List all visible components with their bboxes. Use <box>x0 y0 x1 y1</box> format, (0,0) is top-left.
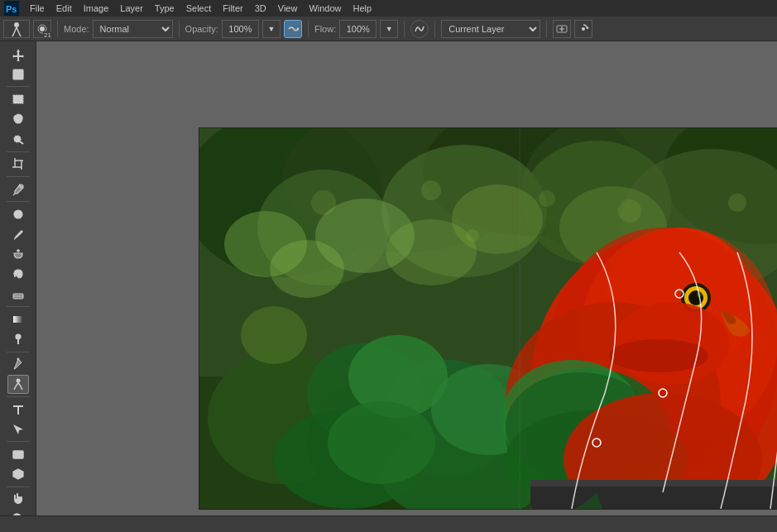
opacity-input[interactable] <box>222 20 259 38</box>
tool-brush[interactable] <box>7 224 29 243</box>
smoothing-btn[interactable] <box>410 20 429 38</box>
brush-size-number: 21 <box>43 31 52 39</box>
menu-3d[interactable]: 3D <box>250 0 271 17</box>
menu-help[interactable]: Help <box>348 0 377 17</box>
svg-point-17 <box>14 136 21 142</box>
svg-rect-16 <box>13 95 23 103</box>
svg-point-98 <box>421 180 441 200</box>
layer-select[interactable]: Current LayerAll Layers <box>441 20 540 38</box>
divider-4 <box>404 21 405 37</box>
tool-type[interactable] <box>7 400 29 419</box>
options-bar: 21 Mode: NormalDissolveDarkenMultiplyCol… <box>0 17 777 41</box>
separator-7 <box>7 396 30 397</box>
svg-rect-14 <box>13 69 23 79</box>
menu-select[interactable]: Select <box>181 0 217 17</box>
menu-view[interactable]: View <box>273 0 303 17</box>
main-layout <box>0 41 777 532</box>
divider-6 <box>546 21 547 37</box>
menu-window[interactable]: Window <box>304 0 346 17</box>
svg-point-84 <box>688 290 703 305</box>
svg-line-4 <box>17 27 19 33</box>
svg-point-31 <box>16 334 21 339</box>
svg-rect-90 <box>530 480 777 486</box>
menu-file[interactable]: File <box>25 0 50 17</box>
canvas-container <box>199 128 777 509</box>
blend-mode-select[interactable]: NormalDissolveDarkenMultiplyColor BurnLi… <box>93 20 173 38</box>
flow-options-btn[interactable]: ▼ <box>380 20 398 38</box>
tool-shape[interactable] <box>7 444 29 463</box>
separator-6 <box>7 352 30 352</box>
separator-8 <box>7 441 30 442</box>
separator-1 <box>7 86 30 87</box>
tool-artboard[interactable] <box>7 65 29 84</box>
tool-quick-select[interactable] <box>7 130 29 149</box>
svg-line-18 <box>20 141 23 144</box>
separator-5 <box>7 306 30 307</box>
menu-bar: Ps File Edit Image Layer Type Select Fil… <box>0 0 777 17</box>
svg-point-100 <box>466 229 479 242</box>
menu-type[interactable]: Type <box>150 0 180 17</box>
tool-rect-select[interactable] <box>7 89 29 108</box>
tool-crop[interactable] <box>7 155 29 174</box>
separator-2 <box>7 151 30 152</box>
tool-eyedropper[interactable] <box>7 180 29 199</box>
tool-path-select[interactable] <box>7 419 29 439</box>
tool-hand[interactable] <box>7 490 29 509</box>
svg-point-35 <box>16 379 20 383</box>
airbrush-toggle[interactable] <box>284 20 302 38</box>
tool-puppet-warp[interactable] <box>7 375 29 394</box>
rotation-btn[interactable] <box>574 20 592 38</box>
tool-gradient[interactable] <box>7 309 29 328</box>
divider-1 <box>57 21 58 37</box>
separator-4 <box>7 201 30 202</box>
svg-point-95 <box>386 219 477 285</box>
canvas-area[interactable] <box>36 41 777 532</box>
toolbar <box>0 41 36 532</box>
svg-point-71 <box>328 401 435 484</box>
svg-line-23 <box>13 194 15 195</box>
svg-line-5 <box>12 33 14 36</box>
ps-logo: Ps <box>3 0 20 17</box>
opacity-label: Opacity: <box>185 24 218 34</box>
svg-point-2 <box>14 22 19 27</box>
svg-rect-89 <box>530 484 777 509</box>
pressure-btn[interactable] <box>553 20 571 38</box>
menu-layer[interactable]: Layer <box>115 0 148 17</box>
flow-label: Flow: <box>314 24 336 34</box>
divider-3 <box>308 21 309 37</box>
opacity-options-btn[interactable]: ▼ <box>262 20 281 38</box>
tool-pen[interactable] <box>7 354 29 373</box>
svg-point-97 <box>311 190 336 215</box>
svg-line-37 <box>18 383 21 387</box>
mode-label: Mode: <box>64 24 89 34</box>
status-bar <box>0 515 777 532</box>
svg-point-99 <box>539 190 555 207</box>
tool-lasso[interactable] <box>7 110 29 129</box>
svg-line-3 <box>14 27 17 33</box>
tool-dodge[interactable] <box>7 329 29 348</box>
flow-input[interactable] <box>339 20 377 38</box>
svg-line-38 <box>14 386 16 390</box>
canvas-image <box>199 128 777 509</box>
svg-point-101 <box>618 199 641 223</box>
divider-5 <box>434 21 435 37</box>
svg-line-6 <box>19 33 21 36</box>
svg-point-13 <box>17 53 19 55</box>
svg-rect-40 <box>13 451 23 458</box>
tool-eraser[interactable] <box>7 285 29 304</box>
divider-2 <box>179 21 180 37</box>
svg-rect-30 <box>13 316 23 323</box>
tool-move[interactable] <box>7 45 29 64</box>
tool-clone-stamp[interactable] <box>7 245 29 264</box>
svg-point-94 <box>270 240 344 298</box>
menu-image[interactable]: Image <box>79 0 114 17</box>
menu-edit[interactable]: Edit <box>51 0 77 17</box>
tool-healing[interactable] <box>7 204 29 223</box>
tool-3d[interactable] <box>7 465 29 484</box>
menu-filter[interactable]: Filter <box>218 0 247 17</box>
svg-point-96 <box>241 306 307 364</box>
tool-history-brush[interactable] <box>7 265 29 284</box>
svg-point-11 <box>582 27 585 31</box>
svg-point-34 <box>17 358 19 361</box>
tool-icon-display <box>3 20 30 38</box>
